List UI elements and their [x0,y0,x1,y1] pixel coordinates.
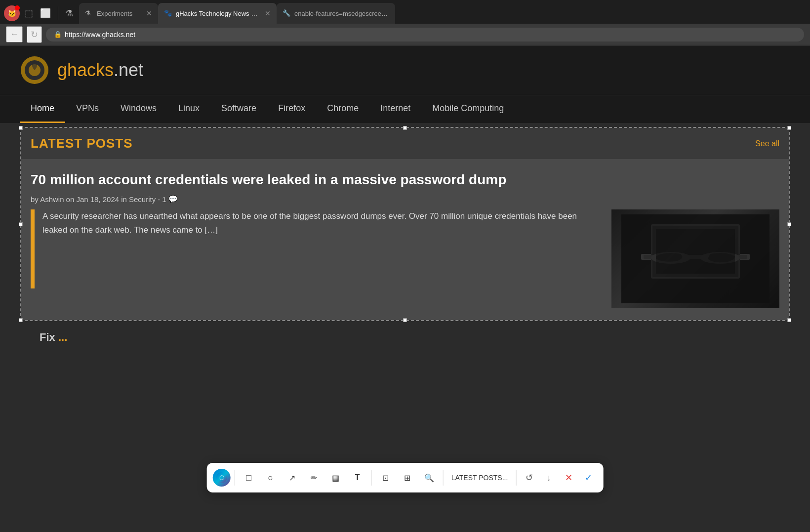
toolbar-divider-1 [235,470,235,486]
site-nav: Home VPNs Windows Linux Software Firefox… [0,95,810,123]
refresh-button[interactable]: ↻ [27,26,42,43]
nav-linux[interactable]: Linux [167,95,210,123]
lock-icon: 🔒 [54,31,62,38]
download-button[interactable]: ↓ [540,469,558,487]
article-meta: by Ashwin on Jan 18, 2024 in Security - … [31,195,779,204]
highlight-tool-button[interactable]: ▦ [326,468,346,488]
article-left: A security researcher has unearthed what… [31,209,602,288]
site-name-text: ghacks [57,60,114,80]
toolbar-label: LATEST POSTS... [447,474,512,482]
tab-edge-features[interactable]: 🔧 enable-features=msedgescreen... [277,3,395,24]
article-title[interactable]: 70 million account credentials were leak… [31,171,779,189]
article-image-inner [611,209,779,308]
browser-chrome: 🐱 ⬚ ⬜ ⚗ ⚗ Experiments ✕ 🐾 gHacks Technol… [0,0,810,45]
nav-home[interactable]: Home [20,95,65,123]
tab1-title: Experiments [97,10,142,17]
nav-mobile-computing[interactable]: Mobile Computing [421,95,515,123]
see-all-link[interactable]: See all [755,139,779,148]
tab-bar: 🐱 ⬚ ⬜ ⚗ ⚗ Experiments ✕ 🐾 gHacks Technol… [0,0,810,24]
tab-experiments[interactable]: ⚗ Experiments ✕ [79,3,158,24]
tab1-close[interactable]: ✕ [146,9,152,17]
handle-tc[interactable] [403,126,407,130]
latest-posts-title: LATEST POSTS [31,136,133,151]
nav-firefox[interactable]: Firefox [267,95,316,123]
snippet-title: Fix ... [40,331,67,344]
back-button[interactable]: ← [6,26,23,42]
tab2-favicon: 🐾 [164,9,172,17]
article-author: by Ashwin [31,195,64,204]
confirm-button[interactable]: ✓ [579,469,597,487]
handle-tl[interactable] [19,126,23,130]
tab3-title: enable-features=msedgescreen... [294,10,389,17]
selection-box: LATEST POSTS See all 70 million account … [20,127,790,321]
main-content: LATEST POSTS See all 70 million account … [0,127,810,354]
search-tool-button[interactable]: 🔍 [419,468,439,488]
article-date: on Jan 18, 2024 [66,195,120,204]
text-tool-button[interactable]: T [348,468,367,488]
page-content: ghacks.net Home VPNs Windows Linux Softw… [0,45,810,532]
site-header: ghacks.net [0,45,810,95]
ellipse-tool-button[interactable]: ○ [261,468,281,488]
experiments-icon[interactable]: ⚗ [63,6,75,21]
site-name: ghacks.net [57,60,143,81]
nav-internet[interactable]: Internet [369,95,421,123]
handle-ml[interactable] [19,222,23,226]
tab2-close[interactable]: ✕ [265,9,271,17]
rectangle-tool-button[interactable]: □ [239,468,259,488]
copilot-icon[interactable]: ⬡ [213,469,231,487]
article-image[interactable] [611,209,779,308]
arrow-tool-button[interactable]: ↗ [283,468,302,488]
tab-bar-left: 🐱 ⬚ ⬜ ⚗ [0,3,79,24]
crop-tool-button[interactable]: ⊞ [398,468,417,488]
bottom-snippet: Fix ... [20,321,790,354]
handle-tr[interactable] [787,126,791,130]
url-bar[interactable]: 🔒 https://www.ghacks.net [46,28,804,41]
toolbar-divider-3 [443,470,444,486]
address-bar: ← ↻ 🔒 https://www.ghacks.net [0,24,810,45]
tab-divider [58,6,58,20]
pen-tool-button[interactable]: ✏ [304,468,324,488]
svg-rect-10 [656,229,735,274]
article-category: in Security [121,195,156,204]
select-tool-button[interactable]: ⊡ [376,468,396,488]
undo-button[interactable]: ↺ [520,469,538,487]
tab2-title: gHacks Technology News and A... [176,10,261,17]
nav-windows[interactable]: Windows [110,95,167,123]
tab1-favicon: ⚗ [85,9,93,17]
tab-ghacks[interactable]: 🐾 gHacks Technology News and A... ✕ [158,3,277,24]
copilot-svg: ⬡ [216,472,227,483]
annotation-toolbar: ⬡ □ ○ ↗ ✏ ▦ T ⊡ ⊞ 🔍 LATEST POSTS... ↺ ↓ … [207,463,604,492]
tab3-favicon: 🔧 [283,9,290,17]
handle-bl[interactable] [19,318,23,322]
handle-br[interactable] [787,318,791,322]
nav-vpns[interactable]: VPNs [65,95,110,123]
snippet-accent: ... [58,331,67,343]
article-body: A security researcher has unearthed what… [31,209,779,308]
handle-bc[interactable] [403,318,407,322]
toolbar-divider-2 [371,470,372,486]
profile-icon[interactable]: 🐱 [4,5,20,21]
site-logo-svg [20,55,49,85]
nav-chrome[interactable]: Chrome [316,95,369,123]
accent-bar [31,209,35,288]
article-card: 70 million account credentials were leak… [21,159,789,320]
handle-mr[interactable] [787,222,791,226]
comment-icon: 💬 [168,195,178,204]
site-name-suffix: .net [114,60,143,80]
article-comments: - 1 [158,195,166,204]
workspaces-icon[interactable]: ⬜ [38,6,53,21]
nav-software[interactable]: Software [210,95,267,123]
url-text: https://www.ghacks.net [65,31,135,39]
cancel-button[interactable]: ✕ [560,469,577,487]
latest-posts-header: LATEST POSTS See all [21,128,789,159]
svg-text:⬡: ⬡ [219,474,224,481]
profile-dot [15,5,20,10]
snippet-prefix: Fix [40,331,58,343]
laptop-svg [621,214,770,303]
tab-list-icon[interactable]: ⬚ [23,6,35,21]
article-excerpt: A security researcher has unearthed what… [42,209,602,288]
toolbar-divider-4 [516,470,516,486]
